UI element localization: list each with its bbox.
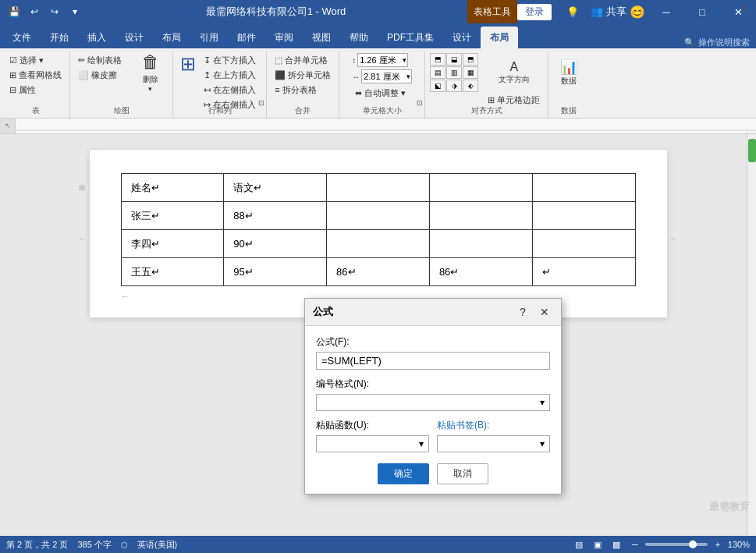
align-mid-right[interactable]: ▦ [463, 66, 478, 79]
cell-li-col4[interactable] [429, 230, 532, 258]
tab-design2[interactable]: 设计 [443, 27, 481, 48]
properties-btn[interactable]: ⊟ 属性 [6, 83, 65, 97]
cellsize-expand-icon[interactable]: ⊡ [417, 99, 423, 107]
gridlines-btn[interactable]: ⊞ 查看网格线 [6, 68, 65, 82]
dialog-help-btn[interactable]: ? [514, 303, 531, 321]
width-spinner[interactable]: ▾ [406, 73, 410, 80]
insert-below-btn[interactable]: ↧ 在下方插入 [201, 53, 259, 67]
cell-name-header[interactable]: 姓名↵ [121, 174, 224, 202]
group-align-content: ⬒ ⬓ ⬒ ▤ ▥ ▦ ⬕ ⬗ ⬖ A 文字方向 ⊞ 单元格边距 [430, 53, 543, 129]
width-input[interactable]: 2.81 厘米 ▾ [361, 69, 412, 83]
tab-layout2[interactable]: 布局 [481, 27, 518, 48]
align-bot-left[interactable]: ⬕ [430, 80, 445, 92]
align-mid-left[interactable]: ▤ [430, 66, 445, 79]
cell-wang-col5[interactable]: ↵ [532, 258, 635, 286]
tab-layout[interactable]: 布局 [153, 27, 190, 48]
ribbon-collapse-btn[interactable]: ∧ [737, 0, 751, 16]
ruler-corner[interactable]: ↖ [0, 119, 16, 134]
delete-btn[interactable]: 🗑 删除 ▾ [133, 53, 168, 92]
dialog-body: 公式(F): 编号格式(N): ▾ 粘贴函数(U): ▾ [305, 326, 561, 494]
cell-zhang-col4[interactable] [429, 202, 532, 230]
emoji-btn[interactable]: 😊 [626, 1, 648, 23]
share-btn[interactable]: 👥 共享 [591, 0, 626, 23]
cell-wang-col3[interactable]: 86↵ [327, 258, 430, 286]
text-direction-btn[interactable]: A 文字方向 [484, 53, 543, 92]
zoom-slider-thumb[interactable] [689, 541, 697, 548]
align-bot-center[interactable]: ⬗ [446, 80, 462, 92]
align-top-left[interactable]: ⬒ [430, 53, 445, 66]
word-icon: ⬡ [121, 541, 128, 549]
tab-review[interactable]: 审阅 [265, 27, 303, 48]
zoom-in-btn[interactable]: + [711, 537, 725, 551]
minimize-btn[interactable]: ─ [648, 0, 684, 23]
insert-above-btn[interactable]: ↥ 在上方插入 [201, 68, 259, 82]
width-value: 2.81 厘米 [364, 71, 399, 83]
align-top-right[interactable]: ⬒ [463, 53, 478, 66]
height-spinner[interactable]: ▾ [403, 56, 406, 64]
help-icon-btn[interactable]: 💡 [555, 0, 591, 23]
cell-li-col3[interactable] [327, 230, 430, 258]
split-cells-btn[interactable]: ⬛ 拆分单元格 [272, 68, 334, 82]
cell-col3-header[interactable] [327, 174, 430, 202]
cell-wang-col4[interactable]: 86↵ [429, 258, 532, 286]
data-btn[interactable]: 📊 数据 [553, 53, 584, 92]
formula-input[interactable] [316, 352, 550, 370]
align-bot-right[interactable]: ⬖ [463, 80, 478, 92]
dialog-ok-btn[interactable]: 确定 [378, 463, 429, 484]
cell-li-score[interactable]: 90↵ [224, 230, 327, 258]
rowcol-expand-icon[interactable]: ⊡ [258, 99, 264, 107]
search-ribbon-btn[interactable]: 🔍 操作说明搜索 [684, 37, 750, 48]
cell-zhang-score[interactable]: 88↵ [224, 202, 327, 230]
tab-pdf[interactable]: PDF工具集 [378, 27, 443, 48]
tab-file[interactable]: 文件 [3, 27, 41, 48]
align-grid-area: ⬒ ⬓ ⬒ ▤ ▥ ▦ ⬕ ⬗ ⬖ [430, 53, 478, 103]
qa-dropdown-btn[interactable]: ▾ [66, 2, 84, 21]
save-quick-btn[interactable]: 💾 [5, 2, 23, 21]
cell-zhang-name[interactable]: 张三↵ [121, 202, 224, 230]
view-web-btn[interactable]: ▣ [591, 537, 605, 551]
cell-col4-header[interactable] [429, 174, 532, 202]
tab-insert[interactable]: 插入 [78, 27, 115, 48]
tab-mail[interactable]: 邮件 [228, 27, 265, 48]
redo-quick-btn[interactable]: ↪ [45, 2, 64, 21]
tab-home[interactable]: 开始 [41, 27, 78, 48]
split-table-btn[interactable]: ≡ 拆分表格 [272, 83, 334, 97]
login-button[interactable]: 登录 [517, 4, 552, 20]
insert-left-btn[interactable]: ↤ 在左侧插入 [201, 83, 259, 97]
number-format-select[interactable]: ▾ [316, 394, 550, 411]
restore-btn[interactable]: □ [684, 0, 720, 23]
paste-bookmark-select[interactable]: ▾ [437, 435, 550, 452]
tab-help[interactable]: 帮助 [340, 27, 378, 48]
draw-table-btn[interactable]: ✏ 绘制表格 [75, 53, 125, 67]
vertical-scrollbar[interactable] [747, 134, 756, 536]
insert-row-col-icon[interactable]: ⊞ [180, 53, 196, 75]
scrollbar-thumb[interactable] [748, 139, 756, 162]
cell-wang-score[interactable]: 95↵ [224, 258, 327, 286]
cell-zhang-col3[interactable] [327, 202, 430, 230]
cell-li-name[interactable]: 李四↵ [121, 230, 224, 258]
tab-ref[interactable]: 引用 [190, 27, 228, 48]
view-read-btn[interactable]: ▦ [609, 537, 623, 551]
align-top-center[interactable]: ⬓ [446, 53, 462, 66]
paste-func-select[interactable]: ▾ [316, 435, 429, 452]
zoom-out-btn[interactable]: ─ [628, 537, 642, 551]
cell-li-col5[interactable] [532, 230, 635, 258]
view-print-btn[interactable]: ▤ [572, 537, 586, 551]
cell-wang-name[interactable]: 王五↵ [121, 258, 224, 286]
zoom-slider[interactable] [645, 543, 708, 546]
dialog-close-btn[interactable]: ✕ [536, 303, 553, 321]
cell-zhang-col5[interactable] [532, 202, 635, 230]
auto-adjust-btn[interactable]: ⬌ 自动调整 ▾ [352, 86, 412, 100]
tab-view[interactable]: 视图 [303, 27, 340, 48]
data-label: 数据 [561, 76, 577, 87]
align-mid-center[interactable]: ▥ [446, 66, 462, 79]
tab-design[interactable]: 设计 [115, 27, 153, 48]
dialog-cancel-btn[interactable]: 取消 [437, 463, 488, 484]
cell-language-header[interactable]: 语文↵ [224, 174, 327, 202]
merge-cells-btn[interactable]: ⬚ 合并单元格 [272, 53, 334, 67]
select-btn[interactable]: ☑ 选择 ▾ [6, 53, 65, 67]
height-input[interactable]: 1.26 厘米 ▾ [357, 53, 408, 67]
eraser-btn[interactable]: ⬜ 橡皮擦 [75, 68, 125, 82]
undo-quick-btn[interactable]: ↩ [25, 2, 44, 21]
cell-col5-header[interactable] [532, 174, 635, 202]
